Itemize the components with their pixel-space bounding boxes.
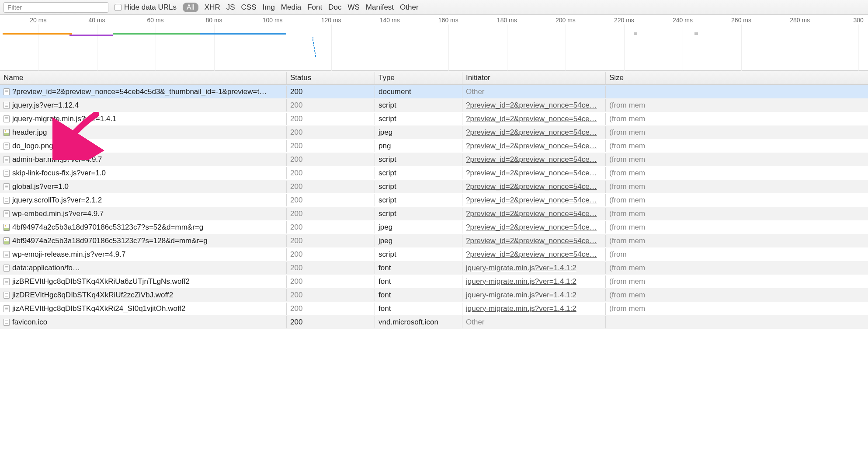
file-name: jizDREVItHgc8qDIbSTKq4XkRiUf2zcZiVbJ.wof… xyxy=(12,291,173,300)
filter-type-css[interactable]: CSS xyxy=(241,3,257,12)
cell-status: 200 xyxy=(287,275,375,288)
table-row[interactable]: wp-emoji-release.min.js?ver=4.9.7200scri… xyxy=(0,247,868,261)
table-row[interactable]: admin-bar.min.js?ver=4.9.7200script?prev… xyxy=(0,153,868,166)
table-row[interactable]: header.jpg200jpeg?preview_id=2&preview_n… xyxy=(0,125,868,139)
table-row[interactable]: jizDREVItHgc8qDIbSTKq4XkRiUf2zcZiVbJ.wof… xyxy=(0,288,868,302)
cell-size: (from xyxy=(606,248,868,261)
timeline-ticks: 20 ms40 ms60 ms80 ms100 ms120 ms140 ms16… xyxy=(0,15,868,26)
initiator-link[interactable]: jquery-migrate.min.js?ver=1.4.1:2 xyxy=(466,304,576,313)
file-name: jquery-migrate.min.js?ver=1.4.1 xyxy=(12,115,117,123)
cell-name: jquery-migrate.min.js?ver=1.4.1 xyxy=(0,113,287,125)
table-row[interactable]: ?preview_id=2&preview_nonce=54ceb4c5d3&_… xyxy=(0,85,868,98)
table-row[interactable]: wp-embed.min.js?ver=4.9.7200script?previ… xyxy=(0,207,868,220)
initiator-link[interactable]: jquery-migrate.min.js?ver=1.4.1:2 xyxy=(466,291,576,299)
initiator-link[interactable]: ?preview_id=2&preview_nonce=54ce… xyxy=(466,128,597,136)
cell-name: jquery.js?ver=1.12.4 xyxy=(0,99,287,112)
column-header-size[interactable]: Size xyxy=(606,72,868,84)
initiator-link[interactable]: ?preview_id=2&preview_nonce=54ce… xyxy=(466,209,597,218)
initiator-link[interactable]: jquery-migrate.min.js?ver=1.4.1:2 xyxy=(466,264,576,272)
table-row[interactable]: global.js?ver=1.0200script?preview_id=2&… xyxy=(0,180,868,193)
hide-data-urls-label: Hide data URLs xyxy=(124,3,177,12)
cell-size: (from mem xyxy=(606,262,868,274)
column-header-name[interactable]: Name xyxy=(0,72,287,84)
initiator-link[interactable]: ?preview_id=2&preview_nonce=54ce… xyxy=(466,101,597,109)
initiator-link[interactable]: ?preview_id=2&preview_nonce=54ce… xyxy=(466,169,597,177)
table-row[interactable]: 4bf94974a2c5b3a18d970186c53123c7?s=128&d… xyxy=(0,234,868,247)
initiator-link[interactable]: ?preview_id=2&preview_nonce=54ce… xyxy=(466,223,597,231)
cell-initiator: jquery-migrate.min.js?ver=1.4.1:2 xyxy=(462,303,606,315)
initiator-link[interactable]: ?preview_id=2&preview_nonce=54ce… xyxy=(466,182,597,191)
cell-type: font xyxy=(375,303,462,315)
table-row[interactable]: data:application/fo…200fontjquery-migrat… xyxy=(0,261,868,275)
cell-size: (from mem xyxy=(606,153,868,166)
document-file-icon xyxy=(3,156,10,163)
table-row[interactable]: jizBREVItHgc8qDIbSTKq4XkRiUa6zUTjnTLgNs.… xyxy=(0,275,868,288)
timeline-tick: 180 ms xyxy=(497,17,517,24)
cell-initiator: ?preview_id=2&preview_nonce=54ce… xyxy=(462,140,606,152)
table-row[interactable]: 4bf94974a2c5b3a18d970186c53123c7?s=52&d=… xyxy=(0,220,868,234)
table-body: ?preview_id=2&preview_nonce=54ceb4c5d3&_… xyxy=(0,85,868,329)
cell-size: (from mem xyxy=(606,221,868,234)
table-row[interactable]: jquery-migrate.min.js?ver=1.4.1200script… xyxy=(0,112,868,125)
filter-type-ws[interactable]: WS xyxy=(347,3,359,12)
cell-size: (from mem xyxy=(606,208,868,220)
cell-initiator: ?preview_id=2&preview_nonce=54ce… xyxy=(462,181,606,193)
table-row[interactable]: favicon.ico200vnd.microsoft.iconOther xyxy=(0,315,868,329)
filter-input[interactable] xyxy=(3,2,108,13)
filter-type-all[interactable]: All xyxy=(183,3,198,12)
initiator-link[interactable]: ?preview_id=2&preview_nonce=54ce… xyxy=(466,142,597,150)
cell-size: (from mem xyxy=(606,235,868,247)
filter-toolbar: Hide data URLs All XHR JS CSS Img Media … xyxy=(0,0,868,15)
image-file-icon xyxy=(3,129,10,136)
filter-type-xhr[interactable]: XHR xyxy=(205,3,220,12)
initiator-link[interactable]: ?preview_id=2&preview_nonce=54ce… xyxy=(466,250,597,258)
cell-name: jquery.scrollTo.js?ver=2.1.2 xyxy=(0,194,287,206)
column-header-initiator[interactable]: Initiator xyxy=(462,72,606,84)
filter-type-media[interactable]: Media xyxy=(281,3,301,12)
cell-size: (from mem xyxy=(606,167,868,179)
filter-type-font[interactable]: Font xyxy=(307,3,322,12)
initiator-link[interactable]: ?preview_id=2&preview_nonce=54ce… xyxy=(466,196,597,204)
timeline-overview[interactable]: 20 ms40 ms60 ms80 ms100 ms120 ms140 ms16… xyxy=(0,15,868,71)
initiator-link[interactable]: ?preview_id=2&preview_nonce=54ce… xyxy=(466,115,597,123)
table-row[interactable]: jquery.scrollTo.js?ver=2.1.2200script?pr… xyxy=(0,193,868,207)
timeline-tick: 200 ms xyxy=(556,17,576,24)
filter-type-doc[interactable]: Doc xyxy=(328,3,341,12)
cell-name: jizAREVItHgc8qDIbSTKq4XkRi24_SI0q1vjitOh… xyxy=(0,303,287,315)
cell-name: header.jpg xyxy=(0,126,287,139)
document-file-icon xyxy=(3,292,10,299)
table-row[interactable]: skip-link-focus-fix.js?ver=1.0200script?… xyxy=(0,166,868,180)
cell-initiator: jquery-migrate.min.js?ver=1.4.1:2 xyxy=(462,262,606,274)
cell-initiator: ?preview_id=2&preview_nonce=54ce… xyxy=(462,99,606,112)
column-header-status[interactable]: Status xyxy=(287,72,375,84)
initiator-link[interactable]: ?preview_id=2&preview_nonce=54ce… xyxy=(466,155,597,164)
file-name: global.js?ver=1.0 xyxy=(12,182,69,191)
initiator-link[interactable]: jquery-migrate.min.js?ver=1.4.1:2 xyxy=(466,277,576,286)
column-header-type[interactable]: Type xyxy=(375,72,462,84)
cell-size: (from mem xyxy=(606,113,868,125)
image-file-icon xyxy=(3,237,10,244)
cell-status: 200 xyxy=(287,235,375,247)
cell-initiator: ?preview_id=2&preview_nonce=54ce… xyxy=(462,113,606,125)
hide-data-urls-checkbox[interactable]: Hide data URLs xyxy=(115,3,177,12)
document-file-icon xyxy=(3,115,10,122)
cell-name: jizDREVItHgc8qDIbSTKq4XkRiUf2zcZiVbJ.wof… xyxy=(0,289,287,301)
file-name: data:application/fo… xyxy=(12,264,80,272)
table-row[interactable]: jquery.js?ver=1.12.4200script?preview_id… xyxy=(0,98,868,112)
cell-initiator: ?preview_id=2&preview_nonce=54ce… xyxy=(462,194,606,206)
filter-type-manifest[interactable]: Manifest xyxy=(366,3,394,12)
cell-name: wp-emoji-release.min.js?ver=4.9.7 xyxy=(0,248,287,261)
table-row[interactable]: jizAREVItHgc8qDIbSTKq4XkRi24_SI0q1vjitOh… xyxy=(0,302,868,315)
filter-type-js[interactable]: JS xyxy=(226,3,235,12)
cell-name: ?preview_id=2&preview_nonce=54ceb4c5d3&_… xyxy=(0,86,287,98)
filter-type-other[interactable]: Other xyxy=(400,3,419,12)
initiator-link[interactable]: ?preview_id=2&preview_nonce=54ce… xyxy=(466,237,597,245)
table-row[interactable]: do_logo.png200png?preview_id=2&preview_n… xyxy=(0,139,868,153)
document-file-icon xyxy=(3,210,10,217)
cell-status: 200 xyxy=(287,140,375,152)
cell-status: 200 xyxy=(287,126,375,139)
filter-type-img[interactable]: Img xyxy=(263,3,275,12)
cell-initiator: jquery-migrate.min.js?ver=1.4.1:2 xyxy=(462,289,606,301)
cell-name: skip-link-focus-fix.js?ver=1.0 xyxy=(0,167,287,179)
cell-size: (from mem xyxy=(606,303,868,315)
